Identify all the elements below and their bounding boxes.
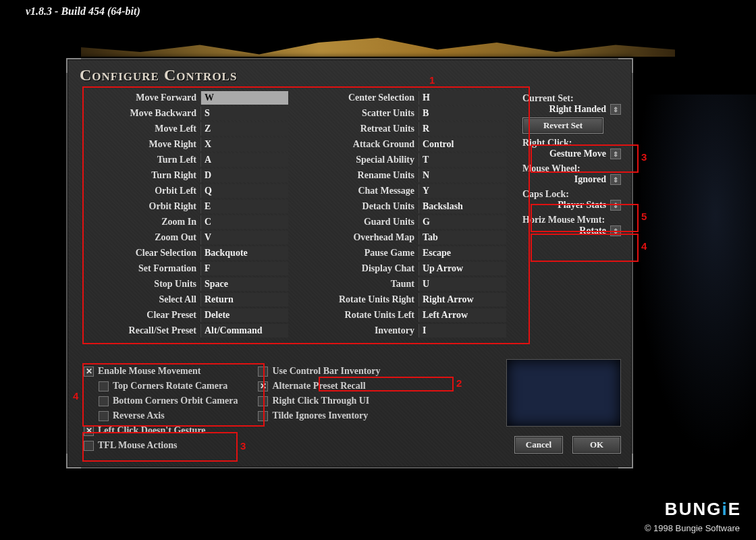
checkbox-option[interactable]: ✕Enable Mouse Movement xyxy=(84,364,238,378)
keybind-row[interactable]: Pause GameEscape xyxy=(300,246,506,261)
keybind-value[interactable]: B xyxy=(418,107,506,120)
keybind-row[interactable]: Scatter UnitsB xyxy=(300,106,506,121)
keybind-value[interactable]: W xyxy=(200,91,288,105)
keybind-label: Orbit Left xyxy=(82,186,200,196)
keybind-value[interactable]: Return xyxy=(200,293,288,306)
keybind-row[interactable]: Center SelectionH xyxy=(300,90,506,105)
keybind-value[interactable]: I xyxy=(418,324,506,338)
keybind-value[interactable]: Backquote xyxy=(200,246,288,260)
keybind-row[interactable]: Clear SelectionBackquote xyxy=(82,246,288,261)
cancel-button[interactable]: Cancel xyxy=(514,436,563,454)
keybind-row[interactable]: Guard UnitsG xyxy=(300,215,506,230)
keybind-value[interactable]: V xyxy=(200,231,288,244)
checkbox-icon[interactable]: ✕ xyxy=(258,381,268,392)
checkbox-option[interactable]: Tilde Ignores Inventory xyxy=(258,409,380,423)
keybind-row[interactable]: Detach UnitsBackslash xyxy=(300,199,506,214)
keybind-value[interactable]: D xyxy=(200,169,288,182)
keybind-row[interactable]: Turn RightD xyxy=(82,168,288,183)
keybind-value[interactable]: F xyxy=(200,262,288,275)
keybind-row[interactable]: Display ChatUp Arrow xyxy=(300,261,506,276)
caps-lock-label: Caps Lock: xyxy=(522,189,622,200)
checkbox-option[interactable]: Reverse Axis xyxy=(99,409,238,423)
keybind-value[interactable]: U xyxy=(418,277,506,291)
keybind-row[interactable]: Move ForwardW xyxy=(82,90,288,105)
keybind-row[interactable]: Move BackwardS xyxy=(82,106,288,121)
mouse-wheel-cycle-icon[interactable]: ⇕ xyxy=(610,174,621,185)
checkbox-icon[interactable]: ✕ xyxy=(84,426,94,436)
ok-button[interactable]: OK xyxy=(572,436,621,454)
keybind-row[interactable]: Stop UnitsSpace xyxy=(82,277,288,292)
keybind-label: Display Chat xyxy=(300,263,418,274)
keybind-value[interactable]: Control xyxy=(418,138,506,151)
keybind-value[interactable]: S xyxy=(200,107,288,120)
keybind-row[interactable]: Orbit RightE xyxy=(82,199,288,214)
keybind-value[interactable]: Delete xyxy=(200,308,288,322)
keybind-row[interactable]: Move LeftZ xyxy=(82,122,288,136)
checkbox-option[interactable]: TFL Mouse Actions xyxy=(84,439,238,452)
keybind-value[interactable]: G xyxy=(418,215,506,229)
keybind-value[interactable]: Left Arrow xyxy=(418,308,506,322)
keybind-value[interactable]: R xyxy=(418,122,506,136)
keybind-row[interactable]: Move RightX xyxy=(82,137,288,152)
current-set-cycle-icon[interactable]: ⇕ xyxy=(610,104,621,115)
keybind-label: Turn Left xyxy=(82,155,200,165)
checkbox-label: Right Click Through UI xyxy=(272,396,369,406)
checkbox-icon[interactable] xyxy=(99,381,109,392)
checkbox-icon[interactable] xyxy=(258,367,268,377)
checkbox-icon[interactable]: ✕ xyxy=(84,367,94,377)
keybind-row[interactable]: Attack GroundControl xyxy=(300,137,506,152)
keybind-value[interactable]: A xyxy=(200,153,288,167)
keybind-row[interactable]: Set FormationF xyxy=(82,261,288,276)
keybind-value[interactable]: Y xyxy=(418,184,506,198)
checkbox-option[interactable]: Use Control Bar Inventory xyxy=(258,364,380,378)
keybind-value[interactable]: T xyxy=(418,153,506,167)
checkbox-icon[interactable] xyxy=(258,411,268,421)
keybind-value[interactable]: Q xyxy=(200,184,288,198)
checkbox-icon[interactable] xyxy=(84,441,94,451)
keybind-row[interactable]: Recall/Set PresetAlt/Command xyxy=(82,323,288,338)
checkbox-icon[interactable] xyxy=(258,396,268,406)
keybind-value[interactable]: X xyxy=(200,138,288,151)
keybind-value[interactable]: Right Arrow xyxy=(418,293,506,306)
checkbox-label: Enable Mouse Movement xyxy=(98,366,200,377)
right-click-cycle-icon[interactable]: ⇕ xyxy=(610,148,621,159)
checkbox-option[interactable]: Bottom Corners Orbit Camera xyxy=(99,394,238,408)
keybind-value[interactable]: E xyxy=(200,200,288,213)
keybind-value[interactable]: Space xyxy=(200,277,288,291)
keybind-value[interactable]: Tab xyxy=(418,231,506,244)
checkbox-option[interactable]: Top Corners Rotate Camera xyxy=(99,379,238,393)
keybind-row[interactable]: Turn LeftA xyxy=(82,153,288,167)
keybind-row[interactable]: Zoom InC xyxy=(82,215,288,230)
checkbox-icon[interactable] xyxy=(99,411,109,421)
keybind-value[interactable]: Up Arrow xyxy=(418,262,506,275)
keybind-row[interactable]: Rotate Units RightRight Arrow xyxy=(300,292,506,307)
keybind-row[interactable]: Select AllReturn xyxy=(82,292,288,307)
keybind-value[interactable]: Escape xyxy=(418,246,506,260)
checkbox-option[interactable]: ✕Left Click Doesn't Gesture xyxy=(84,424,238,437)
keybind-row[interactable]: Rename UnitsN xyxy=(300,168,506,183)
keybind-row[interactable]: Orbit LeftQ xyxy=(82,184,288,198)
keybind-row[interactable]: TauntU xyxy=(300,277,506,292)
keybind-row[interactable]: Special AbilityT xyxy=(300,153,506,167)
keybind-row[interactable]: Retreat UnitsR xyxy=(300,122,506,136)
caps-lock-cycle-icon[interactable]: ⇕ xyxy=(610,200,621,211)
horiz-mouse-value: Rotate xyxy=(579,225,606,236)
checkbox-icon[interactable] xyxy=(99,396,109,406)
keybind-value[interactable]: Z xyxy=(200,122,288,136)
keybind-value[interactable]: Alt/Command xyxy=(200,324,288,338)
keybind-row[interactable]: Clear PresetDelete xyxy=(82,308,288,323)
checkbox-label: Top Corners Rotate Camera xyxy=(113,381,227,392)
horiz-mouse-cycle-icon[interactable]: ⇕ xyxy=(610,225,621,236)
checkbox-option[interactable]: ✕Alternate Preset Recall xyxy=(258,379,380,393)
keybind-value[interactable]: N xyxy=(418,169,506,182)
keybind-value[interactable]: Backslash xyxy=(418,200,506,213)
keybind-row[interactable]: InventoryI xyxy=(300,323,506,338)
keybind-row[interactable]: Zoom OutV xyxy=(82,230,288,245)
checkbox-option[interactable]: Right Click Through UI xyxy=(258,394,380,408)
revert-set-button[interactable]: Revert Set xyxy=(522,117,603,134)
keybind-row[interactable]: Chat MessageY xyxy=(300,184,506,198)
keybind-row[interactable]: Rotate Units LeftLeft Arrow xyxy=(300,308,506,323)
keybind-value[interactable]: C xyxy=(200,215,288,229)
keybind-value[interactable]: H xyxy=(418,91,506,105)
keybind-row[interactable]: Overhead MapTab xyxy=(300,230,506,245)
